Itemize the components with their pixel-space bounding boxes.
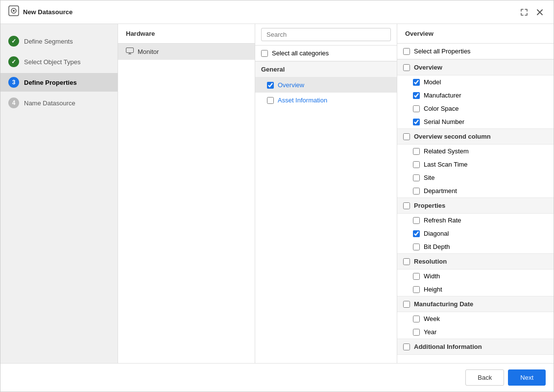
prop-model-label: Model xyxy=(424,78,441,86)
prop-manufacturer-checkbox[interactable] xyxy=(413,92,420,99)
prop-group-additional-info: Additional Information xyxy=(397,339,554,355)
prop-group-resolution-label: Resolution xyxy=(414,258,447,265)
sidebar-label-name-datasource: Name Datasource xyxy=(24,99,75,107)
prop-group-manufacturing-date-checkbox[interactable] xyxy=(403,301,410,308)
hardware-panel-title: Hardware xyxy=(126,30,155,37)
sidebar-item-name-datasource[interactable]: 4 Name Datasource xyxy=(0,94,118,112)
prop-related-system-checkbox[interactable] xyxy=(413,148,420,155)
search-bar xyxy=(255,24,397,46)
svg-rect-3 xyxy=(126,48,134,53)
prop-item-manufacturer[interactable]: Manufacturer xyxy=(397,89,554,102)
prop-week-label: Week xyxy=(424,315,440,322)
prop-item-diagonal[interactable]: Diagonal xyxy=(397,227,554,240)
prop-height-checkbox[interactable] xyxy=(413,286,420,293)
category-overview-label: Overview xyxy=(278,81,304,89)
prop-refresh-rate-checkbox[interactable] xyxy=(413,217,420,224)
hardware-panel-header: Hardware xyxy=(118,24,255,44)
prop-group-overview-checkbox[interactable] xyxy=(403,64,410,71)
dialog-header: New Datasource xyxy=(0,0,554,24)
prop-item-week[interactable]: Week xyxy=(397,312,554,325)
prop-last-scan-time-checkbox[interactable] xyxy=(413,161,420,168)
sidebar-label-define-segments: Define Segments xyxy=(24,38,73,45)
svg-point-2 xyxy=(13,10,15,12)
category-asset-information-checkbox[interactable] xyxy=(267,97,274,104)
category-overview-checkbox[interactable] xyxy=(267,82,274,89)
expand-button[interactable] xyxy=(518,6,530,18)
sidebar-label-select-object-types: Select Object Types xyxy=(24,58,80,66)
dialog: New Datasource ✓ Define Segments ✓ xyxy=(0,0,554,392)
prop-item-bit-depth[interactable]: Bit Depth xyxy=(397,240,554,253)
prop-diagonal-checkbox[interactable] xyxy=(413,230,420,237)
hardware-monitor-label: Monitor xyxy=(138,48,159,55)
step-badge-1: ✓ xyxy=(8,36,19,47)
dialog-title: New Datasource xyxy=(8,5,72,19)
prop-group-properties-checkbox[interactable] xyxy=(403,202,410,209)
prop-site-checkbox[interactable] xyxy=(413,174,420,181)
prop-manufacturer-label: Manufacturer xyxy=(424,92,461,99)
next-button[interactable]: Next xyxy=(508,369,546,386)
step-badge-4: 4 xyxy=(8,98,19,108)
select-all-categories-row: Select all categories xyxy=(255,46,397,61)
prop-item-model[interactable]: Model xyxy=(397,75,554,89)
dialog-footer: Back Next xyxy=(0,363,554,392)
prop-group-resolution-checkbox[interactable] xyxy=(403,258,410,265)
prop-color-space-label: Color Space xyxy=(424,105,459,112)
prop-group-additional-info-checkbox[interactable] xyxy=(403,343,410,350)
prop-item-height[interactable]: Height xyxy=(397,283,554,296)
prop-group-additional-info-label: Additional Information xyxy=(414,343,482,350)
prop-color-space-checkbox[interactable] xyxy=(413,105,420,112)
prop-week-checkbox[interactable] xyxy=(413,316,420,322)
main-content: Hardware Monitor xyxy=(118,24,554,363)
prop-height-label: Height xyxy=(424,286,442,293)
dialog-header-actions xyxy=(518,6,546,18)
select-all-properties-label: Select all Properties xyxy=(414,48,471,55)
prop-item-last-scan-time[interactable]: Last Scan Time xyxy=(397,158,554,171)
prop-group-overview-second: Overview second column xyxy=(397,128,554,145)
prop-serial-number-label: Serial Number xyxy=(424,118,464,125)
prop-serial-number-checkbox[interactable] xyxy=(413,119,420,125)
prop-group-properties-label: Properties xyxy=(414,202,445,209)
back-button[interactable]: Back xyxy=(465,369,504,386)
prop-item-site[interactable]: Site xyxy=(397,171,554,184)
prop-year-label: Year xyxy=(424,328,436,336)
select-all-properties-checkbox[interactable] xyxy=(403,48,410,55)
prop-item-color-space[interactable]: Color Space xyxy=(397,102,554,115)
sidebar-item-define-properties[interactable]: 3 Define Properties xyxy=(0,73,118,92)
prop-bit-depth-label: Bit Depth xyxy=(424,243,450,250)
category-group-general: General xyxy=(255,61,397,77)
prop-group-manufacturing-date-label: Manufacturing Date xyxy=(414,300,473,308)
category-asset-information-label: Asset Information xyxy=(278,97,327,104)
hardware-list-item-monitor[interactable]: Monitor xyxy=(118,44,255,60)
prop-item-serial-number[interactable]: Serial Number xyxy=(397,115,554,128)
prop-refresh-rate-label: Refresh Rate xyxy=(424,217,461,224)
prop-diagonal-label: Diagonal xyxy=(424,230,449,237)
prop-department-checkbox[interactable] xyxy=(413,188,420,195)
search-input[interactable] xyxy=(261,28,391,41)
prop-width-checkbox[interactable] xyxy=(413,273,420,280)
categories-panel-body: Select all categories General Overview A… xyxy=(255,46,397,363)
sidebar-item-define-segments[interactable]: ✓ Define Segments xyxy=(0,32,118,50)
step-badge-2: ✓ xyxy=(8,56,19,67)
prop-bit-depth-checkbox[interactable] xyxy=(413,244,420,250)
prop-group-overview-second-checkbox[interactable] xyxy=(403,133,410,140)
close-button[interactable] xyxy=(534,6,546,18)
hardware-panel: Hardware Monitor xyxy=(118,24,255,363)
prop-model-checkbox[interactable] xyxy=(413,79,420,86)
select-all-properties-row: Select all Properties xyxy=(397,44,554,59)
prop-item-refresh-rate[interactable]: Refresh Rate xyxy=(397,214,554,227)
prop-year-checkbox[interactable] xyxy=(413,329,420,336)
sidebar-item-select-object-types[interactable]: ✓ Select Object Types xyxy=(0,52,118,71)
prop-item-year[interactable]: Year xyxy=(397,325,554,339)
properties-panel-title: Overview xyxy=(405,30,434,37)
sidebar-label-define-properties: Define Properties xyxy=(24,79,77,86)
prop-item-width[interactable]: Width xyxy=(397,270,554,283)
category-item-overview[interactable]: Overview xyxy=(255,77,397,93)
sidebar: ✓ Define Segments ✓ Select Object Types … xyxy=(0,24,118,363)
prop-department-label: Department xyxy=(424,187,457,195)
prop-item-department[interactable]: Department xyxy=(397,184,554,197)
properties-panel: Overview Select all Properties Overview … xyxy=(397,24,554,363)
prop-item-related-system[interactable]: Related System xyxy=(397,145,554,158)
category-item-asset-information[interactable]: Asset Information xyxy=(255,93,397,108)
select-all-categories-checkbox[interactable] xyxy=(261,50,268,57)
prop-last-scan-time-label: Last Scan Time xyxy=(424,161,468,168)
